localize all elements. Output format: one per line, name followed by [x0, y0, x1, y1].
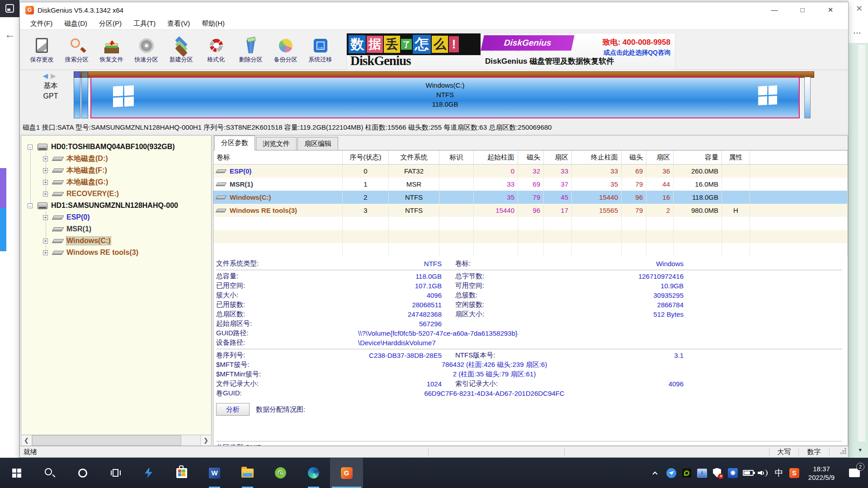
- tree-item-local-f[interactable]: + 本地磁盘(F:): [21, 164, 211, 176]
- tree-item-recovery-e[interactable]: + RECOVERY(E:): [21, 188, 211, 200]
- tree-item-hd1[interactable]: - HD1:SAMSUNGMZNLN128HAHQ-000: [21, 200, 211, 211]
- scroll-left-icon[interactable]: ❮: [21, 435, 32, 446]
- tab-partition-params[interactable]: 分区参数: [214, 136, 255, 150]
- menu-file[interactable]: 文件(F): [24, 19, 58, 28]
- tree-item-windows-c[interactable]: + Windows(C:): [21, 235, 211, 247]
- backup-partition-button[interactable]: 备份分区: [268, 30, 303, 70]
- ad-banner[interactable]: 数 据 丢 了 怎 么 ! 数据恢复 DiskGenius DiskGenius…: [346, 33, 675, 70]
- detail-row: 卷GUID:66D9C7F6-8231-4D34-AD67-201D26DC94…: [216, 389, 848, 398]
- ad-qq-link[interactable]: 或点击此处选择QQ咨询: [604, 49, 670, 57]
- scrollbar-thumb[interactable]: [32, 435, 181, 446]
- prev-disk-icon[interactable]: ◀: [42, 72, 51, 80]
- tree-item-hd0[interactable]: - HD0:TOSHIBAMQ04ABF100(932GB): [21, 141, 211, 153]
- col-capacity[interactable]: 容量: [674, 150, 722, 164]
- background-scrollbar[interactable]: [858, 44, 866, 442]
- tray-battery[interactable]: [741, 470, 756, 476]
- col-end-cylinder[interactable]: 终止柱面: [572, 150, 622, 164]
- menu-tools[interactable]: 工具(T): [127, 19, 161, 28]
- col-index-status[interactable]: 序号(状态): [343, 150, 389, 164]
- background-more-icon[interactable]: ⋯: [853, 28, 862, 38]
- format-button[interactable]: 格式化: [198, 30, 233, 70]
- col-end-head[interactable]: 磁头: [622, 150, 646, 164]
- system-migration-button[interactable]: → 系统迁移: [303, 30, 338, 70]
- partition-bar-free[interactable]: [804, 77, 811, 118]
- tray-ime[interactable]: 中: [771, 467, 787, 479]
- cortana-icon: [78, 469, 87, 478]
- action-center-button[interactable]: 2: [841, 469, 868, 477]
- table-row-msr[interactable]: MSR(1) 1 MSR 33 69 37 35 79 44 16.0MB: [213, 178, 848, 191]
- partition-bar-esp[interactable]: [74, 71, 80, 118]
- cortana-button[interactable]: [66, 458, 99, 488]
- partition-icon: [52, 157, 64, 161]
- menu-partition[interactable]: 分区(P): [93, 19, 127, 28]
- tab-sector-edit[interactable]: 扇区编辑: [297, 137, 338, 150]
- taskbar-app-edge[interactable]: [297, 458, 330, 488]
- save-changes-button[interactable]: 保存更改: [24, 30, 59, 70]
- tray-snowflake-app[interactable]: ✺: [725, 468, 741, 478]
- analyze-button[interactable]: 分析: [216, 403, 250, 416]
- maximize-button[interactable]: □: [788, 2, 816, 18]
- taskbar-app-diskgenius-active[interactable]: G: [330, 458, 363, 488]
- titlebar[interactable]: G DiskGenius V5.4.3.1342 x64 — □ ✕: [20, 2, 848, 18]
- detail-row: $MFT簇号:786432 (柱面:426 磁头:239 扇区:6): [216, 360, 848, 370]
- tab-browse-files[interactable]: 浏览文件: [256, 137, 297, 150]
- tray-defender[interactable]: ✕: [710, 468, 725, 478]
- col-filesystem[interactable]: 文件系统: [389, 150, 439, 164]
- partition-name: Windows(C:): [91, 80, 799, 90]
- detail-row: 文件系统类型:NTFS 卷标:Windows: [216, 259, 848, 268]
- tray-app-bird[interactable]: [664, 468, 679, 478]
- search-partition-button[interactable]: 搜索分区: [59, 30, 94, 70]
- col-start-cylinder[interactable]: 起始柱面: [474, 150, 518, 164]
- partition-icon: [52, 180, 64, 184]
- tray-intel-graphics[interactable]: i: [694, 469, 710, 478]
- partition-bar-windows-c[interactable]: Windows(C:) NTFS 118.0GB: [90, 77, 800, 118]
- chevron-up-icon: [652, 471, 657, 476]
- col-volume-label[interactable]: 卷标: [213, 150, 343, 164]
- detail-row: 设备路径:\Device\HarddiskVolume7: [216, 338, 848, 347]
- tree-item-esp[interactable]: + ESP(0): [21, 211, 211, 223]
- taskbar-app-ie[interactable]: e: [264, 458, 297, 488]
- col-end-sector[interactable]: 扇区: [646, 150, 674, 164]
- table-row-windows-c-selected[interactable]: Windows(C:) 2 NTFS 35 79 45 15440 96 16 …: [213, 191, 848, 204]
- menu-help[interactable]: 帮助(H): [196, 19, 231, 28]
- delete-partition-button[interactable]: 删除分区: [233, 30, 268, 70]
- menu-view[interactable]: 查看(V): [161, 19, 196, 28]
- table-row-esp[interactable]: ESP(0) 0 FAT32 0 32 33 33 69 36 260.0MB: [213, 164, 848, 178]
- detail-row: 总扇区数:247482368 扇区大小:512 Bytes: [216, 310, 848, 319]
- start-button[interactable]: [0, 458, 33, 488]
- tree-item-windows-re[interactable]: + Windows RE tools(3): [21, 247, 211, 258]
- col-start-sector[interactable]: 扇区: [544, 150, 572, 164]
- new-partition-button[interactable]: 新建分区: [164, 30, 198, 70]
- next-disk-icon[interactable]: ▶: [51, 72, 59, 80]
- background-close-icon[interactable]: ✕: [856, 4, 863, 14]
- close-button[interactable]: ✕: [816, 2, 844, 18]
- taskbar-search-button[interactable]: [33, 458, 66, 488]
- tray-expand-button[interactable]: [648, 471, 664, 475]
- taskbar-clock[interactable]: 18:37 2022/5/9: [802, 465, 841, 482]
- partition-bar-msr[interactable]: [81, 71, 88, 118]
- col-attributes[interactable]: 属性: [722, 150, 750, 164]
- taskbar-app-lightning[interactable]: [132, 458, 165, 488]
- table-row-windows-re[interactable]: Windows RE tools(3) 3 NTFS 15440 96 17 1…: [213, 204, 848, 217]
- col-flag[interactable]: 标识: [439, 150, 474, 164]
- resize-grip[interactable]: [830, 448, 848, 455]
- taskbar-app-word[interactable]: W: [198, 458, 231, 488]
- quick-partition-button[interactable]: 快速分区: [129, 30, 164, 70]
- tree-item-local-d[interactable]: + 本地磁盘(D:): [21, 153, 211, 164]
- tray-nvidia[interactable]: [679, 469, 694, 478]
- tree-item-msr[interactable]: MSR(1): [21, 223, 211, 235]
- tray-volume[interactable]: [756, 468, 771, 478]
- menu-disk[interactable]: 磁盘(D): [58, 19, 93, 28]
- tree-horizontal-scrollbar[interactable]: ❮ ❯: [21, 435, 212, 446]
- task-view-button[interactable]: [99, 458, 132, 488]
- tray-sogou[interactable]: S: [787, 468, 802, 478]
- tree-item-local-g[interactable]: + 本地磁盘(G:): [21, 176, 211, 188]
- taskbar-app-store[interactable]: [165, 458, 198, 488]
- back-arrow-icon[interactable]: ←: [5, 28, 15, 41]
- col-start-head[interactable]: 磁头: [518, 150, 544, 164]
- recover-files-button[interactable]: 恢复文件: [94, 30, 129, 70]
- scroll-right-icon[interactable]: ❯: [200, 435, 211, 446]
- taskbar-app-explorer[interactable]: [231, 458, 264, 488]
- partition-icon: [52, 216, 64, 220]
- minimize-button[interactable]: —: [760, 2, 788, 18]
